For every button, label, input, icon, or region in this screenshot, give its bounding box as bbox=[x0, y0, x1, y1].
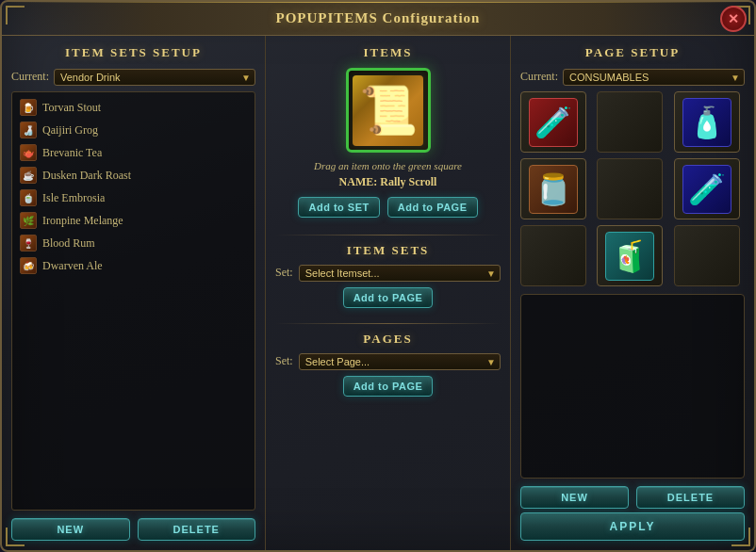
item-icon-brevanic: 🫖 bbox=[20, 144, 37, 161]
item-label-qaijiri: Qaijiri Grog bbox=[42, 123, 98, 138]
item-label-isle: Isle Embrosia bbox=[42, 191, 105, 205]
list-item[interactable]: 🍵 Isle Embrosia bbox=[12, 187, 255, 209]
item-icon-dusken: ☕ bbox=[20, 167, 37, 184]
title-bar: POPUPITEMS Configuration ✕ bbox=[2, 2, 754, 36]
item-icon-blood: 🍷 bbox=[20, 235, 37, 252]
page-slot-4[interactable]: 🫙 bbox=[520, 158, 586, 219]
slot-icon-blue-1: 🧴 bbox=[682, 98, 731, 147]
items-section: Drag an item onto the green square NAME:… bbox=[275, 68, 501, 218]
page-slots-grid: 🧪 🧴 🫙 🧪 🧃 bbox=[520, 91, 745, 286]
page-setup-buttons: NEW DELETE bbox=[520, 486, 745, 509]
left-panel: ITEM SETS SETUP Current: Vendor Drink ▼ … bbox=[2, 36, 266, 550]
divider-2 bbox=[275, 323, 501, 324]
item-label-dwarven: Dwarven Ale bbox=[42, 259, 103, 273]
page-slot-2[interactable] bbox=[597, 91, 663, 153]
item-label-brevanic: Brevanic Tea bbox=[42, 146, 102, 160]
divider-1 bbox=[275, 235, 501, 235]
pages-sub-section: PAGES Set: Select Page... ▼ Add to PAGE bbox=[275, 332, 501, 397]
item-name-value: Rally Scroll bbox=[380, 175, 436, 188]
list-item[interactable]: 🌿 Ironpine Melange bbox=[12, 209, 255, 232]
item-icon-ironpine: 🌿 bbox=[20, 212, 37, 229]
pages-add-to-page-button[interactable]: Add to PAGE bbox=[343, 376, 434, 397]
item-icon-torvan: 🍺 bbox=[20, 99, 37, 116]
page-setup-dropdown-wrapper[interactable]: CONSUMABLES ▼ bbox=[563, 68, 745, 86]
list-item[interactable]: 🍻 Dwarven Ale bbox=[12, 254, 255, 277]
list-item[interactable]: 🍶 Qaijiri Grog bbox=[12, 119, 255, 141]
item-display-box[interactable] bbox=[346, 68, 431, 153]
pages-sub-title: PAGES bbox=[363, 332, 412, 347]
page-slot-1[interactable]: 🧪 bbox=[520, 91, 586, 153]
item-label-dusken: Dusken Dark Roast bbox=[42, 169, 131, 183]
itemsets-set-row: Set: Select Itemset... ▼ bbox=[275, 264, 501, 282]
page-slot-8[interactable]: 🧃 bbox=[597, 225, 663, 286]
itemsets-add-to-page-button[interactable]: Add to PAGE bbox=[343, 287, 434, 308]
item-label-blood: Blood Rum bbox=[42, 236, 95, 251]
corner-decoration-br bbox=[731, 528, 750, 546]
item-label-torvan: Torvan Stout bbox=[42, 101, 101, 115]
add-to-set-button[interactable]: Add to SET bbox=[298, 197, 379, 218]
item-sets-dropdown-wrapper[interactable]: Vendor Drink ▼ bbox=[54, 68, 255, 86]
preview-area bbox=[520, 294, 745, 479]
delete-page-button[interactable]: DELETE bbox=[636, 486, 745, 509]
pages-select-dropdown[interactable]: Select Page... bbox=[299, 353, 501, 370]
item-label-ironpine: Ironpine Melange bbox=[42, 214, 123, 228]
page-setup-title: PAGE SETUP bbox=[520, 45, 745, 60]
scroll-icon bbox=[353, 75, 423, 146]
item-icon-dwarven: 🍻 bbox=[20, 257, 37, 274]
item-icon-qaijiri: 🍶 bbox=[20, 122, 37, 138]
item-icon-isle: 🍵 bbox=[20, 189, 37, 206]
items-action-row: Add to SET Add to PAGE bbox=[298, 197, 477, 218]
page-setup-current-label: Current: bbox=[520, 70, 558, 84]
window-title: POPUPITEMS Configuration bbox=[276, 10, 481, 26]
itemsets-dropdown-wrapper[interactable]: Select Itemset... ▼ bbox=[299, 264, 501, 282]
right-panel: PAGE SETUP Current: CONSUMABLES ▼ 🧪 bbox=[511, 36, 754, 550]
pages-set-row: Set: Select Page... ▼ bbox=[275, 352, 501, 370]
apply-button[interactable]: APPLY bbox=[520, 512, 745, 541]
slot-icon-brown-1: 🫙 bbox=[529, 165, 578, 214]
add-to-page-button[interactable]: Add to PAGE bbox=[387, 197, 478, 218]
slot-icon-teal-1: 🧃 bbox=[605, 232, 654, 281]
item-list: 🍺 Torvan Stout 🍶 Qaijiri Grog 🫖 Brevanic… bbox=[11, 91, 255, 511]
page-slot-9[interactable] bbox=[674, 225, 740, 286]
close-button[interactable]: ✕ bbox=[720, 6, 747, 32]
slot-icon-blue-2: 🧪 bbox=[682, 165, 731, 214]
item-sets-setup-title: ITEM SETS SETUP bbox=[11, 45, 255, 60]
page-slot-7[interactable] bbox=[520, 225, 586, 286]
itemsets-set-label: Set: bbox=[275, 266, 293, 280]
item-name-prefix: NAME: bbox=[339, 175, 381, 188]
drag-hint: Drag an item onto the green square bbox=[314, 160, 462, 171]
item-sets-current-row: Current: Vendor Drink ▼ bbox=[11, 68, 255, 86]
corner-decoration-bl bbox=[6, 528, 25, 546]
page-slot-5[interactable] bbox=[597, 158, 663, 219]
page-slot-3[interactable]: 🧴 bbox=[674, 91, 740, 153]
list-item[interactable]: 🍷 Blood Rum bbox=[12, 232, 255, 254]
new-itemset-button[interactable]: NEW bbox=[11, 518, 130, 541]
item-sets-dropdown[interactable]: Vendor Drink bbox=[54, 69, 255, 86]
page-slot-6[interactable]: 🧪 bbox=[674, 158, 740, 219]
item-sets-sub-section: ITEM SETS Set: Select Itemset... ▼ Add t… bbox=[275, 243, 501, 308]
pages-set-label: Set: bbox=[275, 354, 293, 368]
left-panel-buttons: NEW DELETE bbox=[11, 518, 255, 541]
list-item[interactable]: ☕ Dusken Dark Roast bbox=[12, 164, 255, 187]
itemsets-select-dropdown[interactable]: Select Itemset... bbox=[299, 265, 501, 282]
new-page-button[interactable]: NEW bbox=[520, 486, 629, 509]
item-sets-sub-title: ITEM SETS bbox=[347, 243, 430, 258]
middle-panel: ITEMS Drag an item onto the green square… bbox=[266, 36, 511, 550]
list-item[interactable]: 🫖 Brevanic Tea bbox=[12, 141, 255, 164]
slot-icon-red-1: 🧪 bbox=[529, 98, 578, 147]
page-setup-dropdown[interactable]: CONSUMABLES bbox=[563, 69, 745, 86]
delete-itemset-button[interactable]: DELETE bbox=[138, 518, 256, 541]
main-window: POPUPITEMS Configuration ✕ ITEM SETS SET… bbox=[0, 0, 756, 552]
item-name-display: NAME: Rally Scroll bbox=[339, 175, 437, 189]
item-sets-current-label: Current: bbox=[11, 70, 49, 84]
main-content: ITEM SETS SETUP Current: Vendor Drink ▼ … bbox=[2, 36, 754, 550]
page-setup-current-row: Current: CONSUMABLES ▼ bbox=[520, 68, 745, 86]
pages-dropdown-wrapper[interactable]: Select Page... ▼ bbox=[299, 352, 501, 370]
items-title: ITEMS bbox=[364, 45, 413, 60]
list-item[interactable]: 🍺 Torvan Stout bbox=[12, 96, 255, 119]
